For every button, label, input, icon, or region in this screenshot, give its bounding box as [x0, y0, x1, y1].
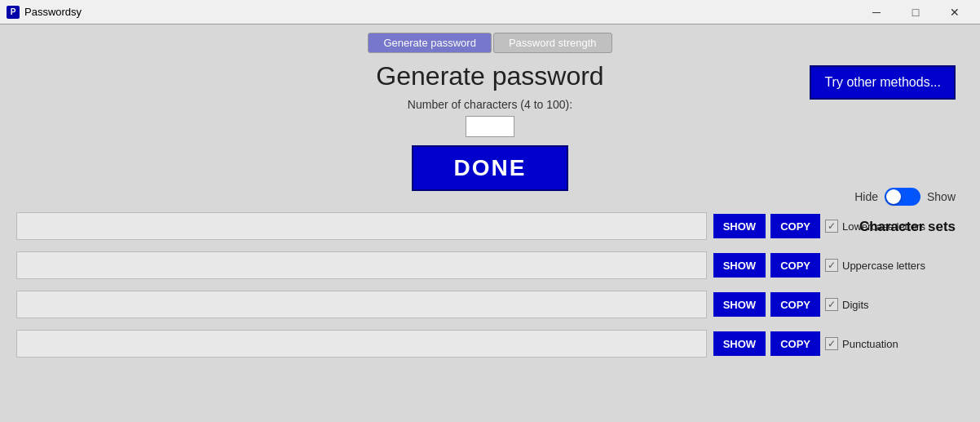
show-button-2[interactable]: SHOW	[713, 253, 766, 278]
hide-show-toggle[interactable]	[885, 188, 920, 206]
copy-button-3[interactable]: COPY	[770, 292, 820, 317]
password-row-1: SHOW COPY Lowercase letters	[16, 207, 964, 245]
tab-generate[interactable]: Generate password	[368, 33, 491, 53]
done-button[interactable]: DONE	[412, 145, 569, 191]
char-sets-heading: Character sets	[859, 219, 956, 235]
copy-button-2[interactable]: COPY	[770, 253, 820, 278]
maximize-button[interactable]: □	[897, 2, 934, 22]
chars-input[interactable]	[466, 116, 514, 137]
charset-checkbox-2[interactable]	[825, 259, 838, 272]
tab-strength[interactable]: Password strength	[493, 33, 612, 53]
copy-button-4[interactable]: COPY	[770, 331, 820, 356]
try-other-button[interactable]: Try other methods...	[810, 65, 956, 100]
password-rows: SHOW COPY Lowercase letters SHOW COPY Up…	[16, 207, 964, 364]
title-bar-left: P Passwordsy	[7, 6, 82, 19]
password-input-wrapper-2	[16, 251, 707, 279]
password-input-wrapper-1	[16, 212, 707, 240]
show-button-3[interactable]: SHOW	[713, 292, 766, 317]
char-set-info-2: Uppercase letters	[825, 259, 964, 272]
row-buttons-3: SHOW COPY	[713, 292, 820, 317]
title-bar: P Passwordsy ─ □ ✕	[0, 0, 980, 24]
password-input-wrapper-3	[16, 291, 707, 318]
app-icon: P	[7, 6, 20, 19]
page-title: Generate password	[376, 61, 603, 91]
main-content: Generate password Password strength Gene…	[0, 24, 980, 422]
show-button-4[interactable]: SHOW	[713, 331, 766, 356]
show-button-1[interactable]: SHOW	[713, 214, 766, 238]
password-field-1[interactable]	[16, 212, 707, 240]
charset-name-3: Digits	[842, 299, 869, 311]
password-field-4[interactable]	[16, 330, 707, 358]
window-controls: ─ □ ✕	[858, 2, 973, 22]
password-row-3: SHOW COPY Digits	[16, 286, 964, 323]
close-button[interactable]: ✕	[936, 2, 973, 22]
charset-name-2: Uppercase letters	[842, 260, 925, 272]
charset-checkbox-1[interactable]	[825, 220, 838, 233]
password-field-3[interactable]	[16, 291, 707, 318]
password-field-2[interactable]	[16, 251, 707, 279]
copy-button-1[interactable]: COPY	[770, 214, 820, 238]
charset-checkbox-4[interactable]	[825, 337, 838, 350]
row-buttons-4: SHOW COPY	[713, 331, 820, 356]
password-input-wrapper-4	[16, 330, 707, 358]
app-icon-letter: P	[11, 7, 16, 16]
show-label: Show	[927, 190, 956, 203]
password-row-2: SHOW COPY Uppercase letters	[16, 247, 964, 284]
char-set-info-3: Digits	[825, 298, 964, 311]
charset-name-4: Punctuation	[842, 338, 898, 350]
hide-label: Hide	[854, 190, 878, 203]
char-set-info-4: Punctuation	[825, 337, 964, 350]
tab-bar: Generate password Password strength	[368, 33, 611, 53]
toggle-area: Hide Show	[854, 188, 956, 206]
toggle-track	[885, 188, 920, 206]
charset-checkbox-3[interactable]	[825, 298, 838, 311]
row-buttons-2: SHOW COPY	[713, 253, 820, 278]
row-buttons-1: SHOW COPY	[713, 214, 820, 238]
toggle-thumb	[886, 189, 901, 204]
minimize-button[interactable]: ─	[858, 2, 895, 22]
password-row-4: SHOW COPY Punctuation	[16, 325, 964, 362]
chars-label: Number of characters (4 to 100):	[408, 98, 572, 111]
app-title: Passwordsy	[24, 6, 82, 18]
